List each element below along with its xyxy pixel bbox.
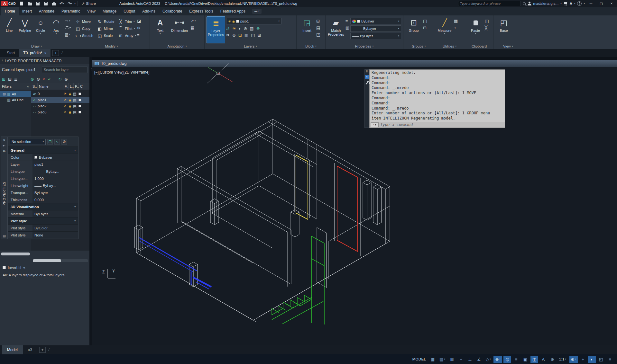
layer-plot-icon[interactable]: ▤ — [72, 110, 77, 114]
keyword-search-input[interactable] — [460, 2, 519, 5]
osnap-icon[interactable]: ⊚▾ — [493, 356, 502, 363]
undo-button[interactable]: ↶▾ — [58, 1, 65, 6]
tab-model[interactable]: Model — [2, 345, 23, 354]
tab-parametric[interactable]: Parametric — [58, 7, 84, 15]
group-button[interactable]: ⊡Group — [405, 16, 422, 43]
leader-button[interactable]: ↗▾ — [190, 18, 196, 24]
panel-label-utilities[interactable]: Utilities▾ — [434, 43, 465, 49]
section-plot-style[interactable]: Plot style▾ — [8, 217, 78, 224]
ortho-mode-icon[interactable]: ⊥ — [466, 356, 474, 363]
table-button[interactable]: ▦ — [190, 25, 196, 31]
search-icon[interactable] — [523, 2, 526, 5]
quick-select-icon[interactable]: ⊡ — [47, 139, 53, 145]
collapse-filters-icon[interactable]: « — [27, 84, 29, 88]
polar-tracking-icon[interactable]: ∠ — [475, 356, 483, 363]
panel-label-annotation[interactable]: Annotation▾ — [150, 43, 204, 49]
group-edit-button[interactable]: ⊟ — [423, 25, 427, 31]
explode-button[interactable]: ⊛ — [137, 25, 141, 31]
column-lock[interactable]: L.. — [69, 83, 74, 90]
lpm-header[interactable]: ⁞ LAYER PROPERTIES MANAGER — [0, 57, 89, 64]
rectangle-button[interactable]: ▭▾ — [65, 18, 71, 24]
customize-icon[interactable]: ≡ — [606, 356, 614, 363]
section-general[interactable]: General▾ — [8, 146, 78, 154]
filters-scrollbar[interactable] — [1, 253, 30, 255]
new-layer-frozen-button[interactable]: ⊖ — [37, 77, 40, 82]
annotation-autoscale-icon[interactable]: ⊕ — [548, 356, 556, 363]
command-input-icon[interactable]: › ▾ — [371, 122, 379, 127]
maximize-button[interactable]: ◻ — [597, 0, 605, 7]
layer-search[interactable] — [42, 67, 87, 73]
arc-button[interactable]: ◠Arc▾ — [49, 16, 64, 43]
door-frame-red[interactable] — [337, 166, 358, 252]
layer-lock-icon[interactable] — [68, 98, 72, 102]
layer-color-swatch[interactable] — [77, 105, 82, 107]
workspace-gear-icon[interactable]: ⊛▾ — [569, 356, 578, 363]
palette-settings-icon[interactable]: ⊛ — [3, 149, 5, 153]
tab-view[interactable]: View — [84, 7, 99, 15]
clean-screen-icon[interactable]: ◱ — [597, 356, 605, 363]
selection-select[interactable]: No selection ▾ — [10, 139, 46, 145]
account-name[interactable]: madalena.g.s... — [533, 2, 559, 5]
properties-grid-icon[interactable]: ▥ — [345, 25, 349, 31]
close-button[interactable]: × — [607, 0, 616, 7]
close-tab-icon[interactable]: × — [44, 51, 46, 55]
ellipse-button[interactable]: ▾ — [65, 25, 71, 31]
column-plot[interactable]: P.. — [74, 83, 79, 90]
filter-all[interactable]: ⊟▥All — [0, 91, 31, 97]
measure-button[interactable]: ╱Measure▾ — [436, 16, 453, 43]
hatch-button[interactable]: ▨▾ — [65, 31, 71, 37]
infer-constraints-icon[interactable]: ⊞ — [448, 356, 456, 363]
account-icon[interactable] — [528, 2, 531, 5]
panel-label-groups[interactable]: Groups▾ — [403, 43, 434, 49]
new-layer-button[interactable]: ⊕ — [31, 77, 34, 82]
file-tab-start[interactable]: Start — [3, 49, 19, 57]
object-color-select[interactable]: ByLayer ▾ — [350, 18, 401, 24]
mirror-button[interactable]: ◧Mirror — [97, 25, 114, 32]
stretch-button[interactable]: ⟷Stretch — [75, 32, 93, 39]
auto-hide-icon[interactable]: ⇤ — [3, 144, 5, 147]
grid-toggle-icon[interactable]: ▦ — [429, 356, 437, 363]
layer-on-icon[interactable]: ☀ — [63, 110, 68, 114]
scrollbar-thumb[interactable] — [33, 259, 61, 262]
wireframe-column[interactable] — [134, 225, 143, 250]
paste-button[interactable]: Paste▾ — [467, 16, 484, 43]
match-properties-button[interactable]: ▰Match Properties — [327, 16, 345, 43]
layer-tool-icon[interactable]: ⊡ — [238, 32, 242, 38]
property-row[interactable]: Lineweight▬▬ByLay... — [8, 182, 78, 189]
wrench-icon[interactable] — [365, 82, 368, 84]
new-layout-button[interactable]: + — [39, 347, 46, 353]
layer-search-input[interactable] — [44, 68, 89, 72]
property-row[interactable]: Layerpiso1 — [8, 161, 78, 168]
app-store-caret-icon[interactable]: ▾ — [574, 2, 576, 5]
layer-tool-icon[interactable]: ◐ — [239, 25, 241, 31]
select-objects-icon[interactable]: ↖ — [54, 139, 60, 145]
collapse-icon[interactable]: « — [23, 265, 25, 270]
selection-cycling-icon[interactable]: ◫ — [530, 356, 538, 363]
trim-button[interactable]: ╳Trim▾ — [118, 18, 136, 25]
plot-button[interactable] — [50, 1, 57, 6]
property-row[interactable]: Linetype...1.000 — [8, 175, 78, 182]
isolate-objects-icon[interactable]: ◐ — [588, 356, 596, 363]
cart-icon[interactable] — [564, 2, 568, 5]
open-button[interactable] — [26, 1, 33, 6]
model-space-toggle[interactable]: MODEL — [411, 356, 428, 363]
move-button[interactable]: ⊹Move — [75, 18, 93, 25]
layer-plot-icon[interactable]: ▤ — [72, 92, 77, 96]
new-tab-button[interactable]: + — [52, 50, 59, 56]
edit-block-button[interactable]: ▤ — [316, 25, 320, 31]
layer-tool-icon[interactable]: ▥ — [244, 32, 248, 38]
qat-menu-icon[interactable]: ▾ — [74, 2, 76, 5]
new-file-button[interactable] — [18, 1, 25, 6]
annotation-visibility-icon[interactable]: A — [539, 356, 547, 363]
file-tab-document[interactable]: T0_prédio*× — [19, 49, 51, 57]
expander-icon[interactable]: ⊟ — [3, 92, 6, 96]
share-button[interactable]: ↗ Share — [82, 1, 96, 6]
layer-select[interactable]: ☀ piso1 ▾ — [226, 18, 281, 24]
modify-more-icon[interactable]: ≡ — [137, 31, 141, 37]
lineweight-select[interactable]: ▬▬ ByLayer ▾ — [350, 33, 401, 39]
property-row[interactable]: Thickness0.000 — [8, 196, 78, 203]
column-status[interactable]: S.. — [31, 83, 38, 90]
layer-list-scrollbar[interactable] — [33, 259, 88, 262]
layer-on-icon[interactable]: ☀ — [63, 98, 68, 102]
text-button[interactable]: AText▾ — [152, 16, 169, 43]
